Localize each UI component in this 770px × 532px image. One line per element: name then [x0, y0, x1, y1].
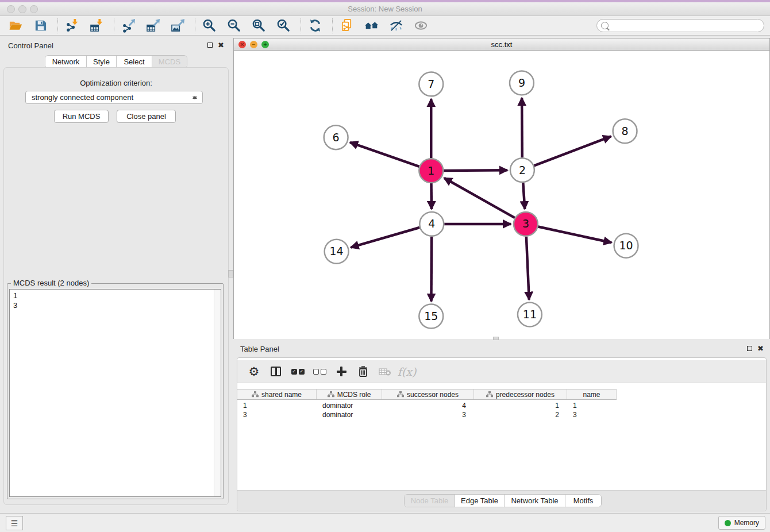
network-canvas-svg[interactable]: 1234678910111415	[234, 51, 769, 339]
column-type-icon	[486, 391, 493, 398]
export-table-icon[interactable]	[144, 18, 161, 34]
column-header-MCDS-role[interactable]: MCDS role	[317, 390, 382, 399]
apply-layout-icon[interactable]	[306, 18, 324, 34]
horizontal-splitter-handle[interactable]	[493, 337, 499, 340]
memory-button[interactable]: Memory	[718, 516, 765, 530]
tab-network[interactable]: Network	[45, 56, 87, 68]
table-panel-close-icon[interactable]: ✖	[757, 346, 764, 352]
network-frame-titlebar[interactable]: ✕ − + scc.txt	[233, 38, 770, 51]
graph-edge-2-9[interactable]	[522, 98, 522, 157]
table-row[interactable]: 3dominator323	[237, 410, 617, 419]
graph-node-9[interactable]: 9	[510, 71, 534, 95]
import-network-icon[interactable]	[63, 18, 80, 34]
graph-edge-4-14[interactable]	[351, 228, 420, 248]
table-cell[interactable]: 3	[237, 410, 317, 419]
table-cell[interactable]: 4	[382, 401, 474, 410]
tab-mcds[interactable]: MCDS	[152, 56, 187, 68]
table-panel: ⚙ ✓✓ f(x) shared nameMCDS rolesuccessor …	[237, 357, 767, 511]
open-session-icon[interactable]	[7, 18, 24, 34]
export-network-icon[interactable]	[120, 18, 137, 34]
graph-node-7[interactable]: 7	[419, 72, 443, 96]
graph-node-1[interactable]: 1	[419, 159, 443, 183]
import-table-icon[interactable]	[88, 18, 105, 34]
table-cell[interactable]: 2	[474, 410, 567, 419]
zoom-out-icon[interactable]	[225, 18, 242, 34]
mcds-result-lines: 1 3	[13, 291, 17, 310]
show-panel-icon[interactable]	[412, 18, 429, 34]
function-builder-icon[interactable]: f(x)	[399, 364, 414, 379]
run-mcds-button[interactable]: Run MCDS	[54, 110, 109, 123]
graph-edge-3-1[interactable]	[444, 178, 515, 218]
zoom-selected-icon[interactable]	[275, 18, 292, 34]
search-input[interactable]	[611, 21, 764, 31]
zoom-in-icon[interactable]	[201, 18, 218, 34]
graph-edge-3-10[interactable]	[538, 227, 611, 243]
hide-panel-icon[interactable]	[387, 18, 405, 34]
result-scrollbar[interactable]	[214, 290, 221, 496]
delete-row-icon[interactable]	[356, 364, 371, 379]
export-image-icon[interactable]	[169, 18, 186, 34]
graph-edge-2-3[interactable]	[523, 183, 525, 209]
graph-edge-1-2[interactable]	[444, 170, 507, 171]
table-cell[interactable]: 1	[237, 401, 317, 410]
tab-node-table[interactable]: Node Table	[405, 495, 455, 507]
table-options-icon[interactable]: ⚙	[247, 364, 261, 379]
table-cell[interactable]: dominator	[317, 401, 382, 410]
window-title: Session: New Session	[0, 5, 770, 13]
column-header-name[interactable]: name	[567, 390, 617, 399]
network-view[interactable]: 1234678910111415	[233, 51, 770, 339]
svg-text:10: 10	[619, 239, 633, 252]
graph-node-10[interactable]: 10	[614, 234, 638, 258]
graph-edge-4-15[interactable]	[431, 237, 432, 302]
first-neighbors-icon[interactable]	[363, 18, 380, 34]
graph-node-6[interactable]: 6	[324, 125, 348, 149]
deselect-all-rows-icon[interactable]	[312, 364, 327, 379]
graph-node-11[interactable]: 11	[518, 303, 542, 327]
criterion-dropdown[interactable]: strongly connected component	[25, 91, 203, 104]
table-panel-float-icon[interactable]	[747, 346, 752, 351]
svg-text:3: 3	[522, 217, 529, 230]
table-cell[interactable]: dominator	[317, 410, 382, 419]
table-cell[interactable]: 1	[567, 401, 617, 410]
column-header-shared-name[interactable]: shared name	[237, 390, 317, 399]
select-all-rows-icon[interactable]: ✓✓	[290, 364, 305, 379]
table-cell[interactable]: 3	[382, 410, 474, 419]
graph-node-4[interactable]: 4	[419, 212, 444, 236]
task-history-button[interactable]: ☰	[6, 516, 23, 530]
column-header-predecessor-nodes[interactable]: predecessor nodes	[474, 390, 567, 399]
show-column-icon[interactable]	[268, 364, 283, 379]
add-row-icon[interactable]	[334, 364, 349, 379]
table-tabs: Node TableEdge TableNetwork TableMotifs	[404, 494, 602, 507]
search-field[interactable]	[596, 19, 764, 32]
save-session-icon[interactable]	[32, 18, 49, 34]
tab-select[interactable]: Select	[117, 56, 152, 68]
graph-edge-3-11[interactable]	[526, 237, 529, 300]
table-row[interactable]: 1dominator411	[237, 401, 617, 410]
vertical-splitter-handle[interactable]	[228, 270, 233, 277]
table-cell[interactable]: 1	[474, 401, 567, 410]
zoom-fit-icon[interactable]	[250, 18, 267, 34]
tab-network-table[interactable]: Network Table	[505, 495, 565, 507]
close-panel-button[interactable]: Close panel	[117, 110, 176, 123]
graph-node-15[interactable]: 15	[419, 304, 443, 329]
column-type-icon	[397, 391, 404, 398]
table-panel-title: Table Panel	[240, 345, 279, 353]
column-header-successor-nodes[interactable]: successor nodes	[382, 390, 474, 399]
control-panel-close-icon[interactable]: ✖	[218, 43, 224, 48]
graph-edge-1-6[interactable]	[350, 142, 419, 167]
delete-column-icon[interactable]	[378, 364, 392, 379]
graph-node-2[interactable]: 2	[510, 158, 534, 182]
tab-motifs[interactable]: Motifs	[565, 495, 601, 507]
tab-edge-table[interactable]: Edge Table	[455, 495, 505, 507]
control-panel-float-icon[interactable]	[207, 43, 213, 48]
mcds-result-textarea[interactable]: 1 3	[9, 289, 221, 497]
table-cell[interactable]: 3	[567, 410, 617, 419]
clone-network-icon[interactable]	[338, 18, 355, 34]
graph-edge-2-8[interactable]	[534, 136, 611, 165]
graph-node-3[interactable]: 3	[514, 212, 538, 236]
graph-node-14[interactable]: 14	[325, 240, 349, 264]
criterion-dropdown-value: strongly connected component	[32, 93, 133, 102]
table-toolbar: ⚙ ✓✓ f(x)	[237, 360, 766, 383]
tab-style[interactable]: Style	[87, 56, 117, 68]
graph-node-8[interactable]: 8	[613, 119, 637, 143]
